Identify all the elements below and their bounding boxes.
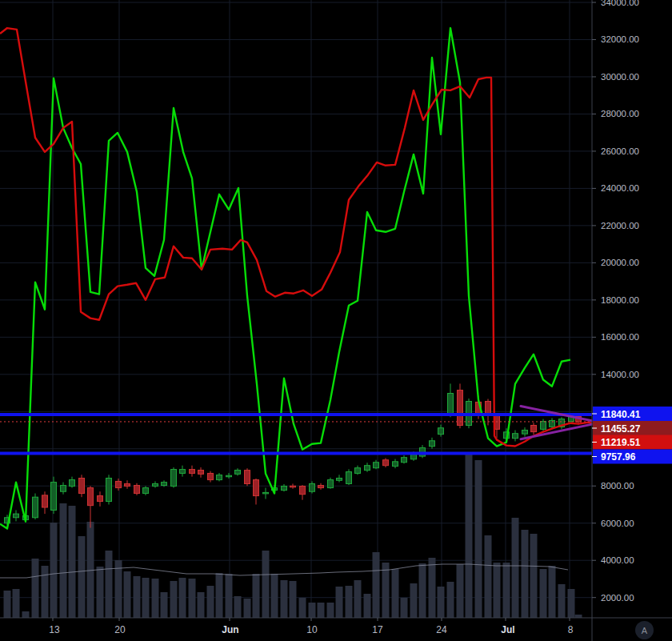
candle-body <box>125 483 130 486</box>
price-axis-label: 2000.00 <box>601 593 634 603</box>
volume-bar <box>13 589 20 618</box>
volume-bar <box>475 460 482 618</box>
volume-bar <box>457 564 464 618</box>
volume-bar <box>512 518 519 618</box>
volume-bar <box>234 596 242 618</box>
price-chart-canvas[interactable]: 34000.0032000.0030000.0028000.0026000.00… <box>0 0 672 641</box>
date-label: 8 <box>568 624 574 635</box>
volume-bar <box>134 576 141 618</box>
volume-bar <box>106 551 113 618</box>
volume-bar <box>244 599 251 618</box>
candle-body <box>430 441 435 447</box>
candle-body <box>346 472 352 484</box>
volume-bar <box>309 603 316 618</box>
candle-body <box>402 458 407 463</box>
candle-body <box>438 428 444 435</box>
volume-bar <box>382 563 390 618</box>
volume-bar <box>364 594 371 618</box>
price-axis-label: 8000.00 <box>601 481 634 491</box>
volume-bar <box>22 611 30 618</box>
candle-body <box>531 425 537 431</box>
candle-body <box>254 480 259 496</box>
candle-body <box>328 480 334 488</box>
candle-body <box>448 394 454 415</box>
price-axis-label: 28000.00 <box>601 109 639 118</box>
volume-bar <box>373 552 380 618</box>
volume-bar <box>494 563 501 618</box>
candle-body <box>134 486 140 494</box>
volume-bar <box>429 558 436 618</box>
volume-bar <box>226 574 233 618</box>
candle-body <box>365 466 370 471</box>
candle-body <box>290 486 296 487</box>
candle-body <box>70 480 75 487</box>
candle-body <box>88 488 94 506</box>
trading-chart-app: 34000.0032000.0030000.0028000.0026000.00… <box>0 0 672 641</box>
price-axis[interactable]: 34000.0032000.0030000.0028000.0026000.00… <box>592 0 672 641</box>
price-axis-label: 18000.00 <box>601 295 639 305</box>
candle-body <box>337 478 342 480</box>
volume-bar <box>32 559 39 618</box>
candle-body <box>180 470 186 474</box>
date-label: 10 <box>306 624 318 635</box>
volume-bar <box>271 574 278 618</box>
date-label: Jul <box>501 624 514 635</box>
candle-body <box>14 514 19 518</box>
date-label: 24 <box>436 624 447 635</box>
volume-bar <box>170 581 178 618</box>
candle-body <box>208 473 214 479</box>
candle-body <box>98 496 103 502</box>
volume-bar <box>354 580 362 618</box>
volume-bar <box>327 603 334 618</box>
volume-bar <box>438 587 445 618</box>
candle-body <box>310 483 315 491</box>
candle-body <box>190 470 195 474</box>
auto-scale-button[interactable]: A <box>635 621 654 639</box>
candle-body <box>143 488 149 494</box>
volume-bar <box>281 580 288 618</box>
volume-bar <box>262 551 270 618</box>
candle-body <box>282 486 287 490</box>
volume-bar <box>97 567 104 618</box>
candle-body <box>153 483 158 486</box>
candle-body <box>513 434 518 439</box>
candle-body <box>198 471 204 475</box>
volume-bar <box>299 598 306 618</box>
candle-body <box>226 475 232 477</box>
volume-bar <box>87 522 94 618</box>
volume-bar <box>253 574 260 618</box>
price-chip-label: 11840.41 <box>601 409 641 420</box>
volume-bar <box>207 586 214 618</box>
volume-bar <box>346 586 353 618</box>
candle-body <box>263 492 269 494</box>
date-label: 20 <box>114 624 126 635</box>
time-axis[interactable]: 1320Jun101724Jul8 <box>0 618 672 635</box>
volume-bar <box>530 534 538 618</box>
volume-bar <box>4 591 11 618</box>
volume-bar <box>318 603 325 618</box>
volume-bar <box>447 582 454 618</box>
volume-bar <box>152 579 159 618</box>
date-label: Jun <box>222 624 238 635</box>
volume-bar <box>558 584 566 618</box>
candle-body <box>393 462 398 467</box>
candle-body <box>300 486 306 494</box>
candle-body <box>541 422 546 430</box>
red-indicator-line[interactable] <box>0 28 592 446</box>
price-axis-label: 4000.00 <box>601 555 634 565</box>
price-axis-label: 24000.00 <box>601 183 639 193</box>
candle-body <box>116 481 122 487</box>
candle-body <box>411 455 417 459</box>
candle-body <box>458 391 463 426</box>
candle-body <box>374 463 379 468</box>
candle-body <box>171 470 177 487</box>
volume-bar <box>549 566 556 618</box>
volume-bar <box>540 569 547 618</box>
candle-body <box>51 483 57 511</box>
price-axis-label: 6000.00 <box>601 519 634 528</box>
candle-body <box>61 486 66 492</box>
price-axis-label: 16000.00 <box>601 332 639 342</box>
volume-bar <box>216 573 223 618</box>
date-label: 13 <box>49 624 60 635</box>
volume-bar <box>69 506 76 618</box>
